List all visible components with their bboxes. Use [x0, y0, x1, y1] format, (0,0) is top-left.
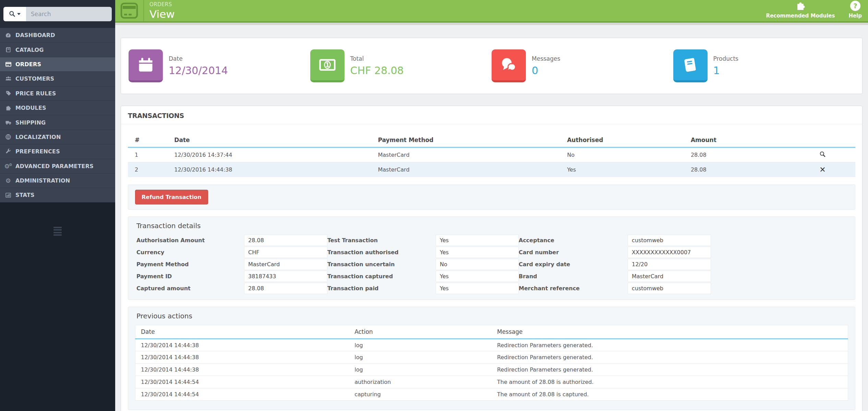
col-date: Date: [171, 133, 375, 148]
help-icon: ?: [850, 0, 861, 11]
wrench-icon: [4, 148, 12, 155]
action-date: 12/30/2014 14:44:38: [135, 339, 349, 351]
truck-icon: [4, 119, 12, 126]
col-message: Message: [492, 325, 848, 339]
previous-actions-table: Date Action Message 12/30/2014 14:44:38 …: [135, 325, 848, 401]
dashboard-icon: [4, 32, 12, 39]
close-icon[interactable]: ✕: [819, 165, 825, 174]
refund-transaction-button[interactable]: Refund Transaction: [135, 190, 208, 204]
action-date: 12/30/2014 14:44:38: [135, 364, 349, 376]
sidebar-item-advanced-parameters[interactable]: ⚙⚙ ADVANCED PARAMETERS: [0, 159, 115, 173]
sidebar-item-localization[interactable]: LOCALIZATION: [0, 130, 115, 144]
puzzle-icon: [795, 1, 806, 11]
sidebar-item-label: CUSTOMERS: [15, 75, 54, 82]
action-row: 12/30/2014 14:44:38 log Redirection Para…: [135, 351, 848, 364]
globe-icon: [4, 133, 12, 140]
sidebar-item-label: STATS: [15, 192, 35, 198]
product-book-icon: [673, 49, 708, 82]
col-payment-method: Payment Method: [375, 133, 564, 148]
action-type: authorization: [349, 376, 492, 388]
detail-value: 28.08: [244, 283, 327, 294]
sidebar-collapse-icon[interactable]: [53, 227, 62, 236]
detail-label: Captured amount: [136, 283, 244, 294]
detail-label: Currency: [136, 247, 244, 258]
content-area: Date 12/30/2014 1 Total CHF 28.08 Messa: [115, 23, 868, 411]
sidebar-item-stats[interactable]: STATS: [0, 188, 115, 202]
detail-label: Transaction uncertain: [327, 259, 436, 270]
col-action-date: Date: [135, 325, 349, 339]
sidebar-item-modules[interactable]: MODULES: [0, 101, 115, 115]
sidebar-item-label: ADVANCED PARAMETERS: [15, 163, 94, 169]
previous-actions-title: Previous actions: [128, 312, 855, 320]
transactions-table: # Date Payment Method Authorised Amount …: [128, 133, 855, 177]
help-label: Help: [848, 13, 862, 19]
sidebar-item-price-rules[interactable]: PRICE RULES: [0, 86, 115, 101]
transaction-details-section: Transaction details Authorisation Amount…: [128, 216, 855, 300]
detail-value: CHF: [244, 247, 327, 258]
date-card: Date 12/30/2014: [129, 49, 310, 82]
sidebar-item-label: LOCALIZATION: [15, 134, 61, 140]
products-value: 1: [713, 64, 738, 77]
recommended-modules-button[interactable]: Recommended Modules: [766, 1, 835, 19]
detail-value: 38187433: [244, 271, 327, 282]
tx-num: 2: [128, 162, 171, 177]
transaction-row: 1 12/30/2016 14:37:44 MasterCard No 28.0…: [128, 148, 855, 162]
bar-chart-icon: [4, 192, 12, 199]
refund-section: Refund Transaction: [128, 185, 855, 210]
sidebar-item-preferences[interactable]: PREFERENCES: [0, 144, 115, 158]
help-button[interactable]: ? Help: [848, 0, 862, 19]
sidebar-item-label: CATALOG: [15, 47, 44, 53]
sidebar-item-dashboard[interactable]: DASHBOARD: [0, 28, 115, 42]
products-card: Products 1: [673, 49, 855, 82]
detail-label: Payment ID: [136, 271, 244, 282]
money-icon: 1: [310, 49, 345, 82]
sidebar-item-label: DASHBOARD: [15, 32, 55, 38]
tx-method: MasterCard: [375, 162, 564, 177]
sidebar-item-label: SHIPPING: [15, 119, 46, 126]
detail-label: Transaction authorised: [327, 247, 436, 258]
sidebar-item-label: PREFERENCES: [15, 148, 60, 155]
col-action: Action: [349, 325, 492, 339]
sidebar-item-catalog[interactable]: CATALOG: [0, 42, 115, 57]
page-header: ORDERS View Recommended Modules ? Help: [115, 0, 868, 23]
detail-value: 12/20: [628, 259, 711, 270]
action-date: 12/30/2014 14:44:54: [135, 388, 349, 401]
detail-value: MasterCard: [244, 259, 327, 270]
detail-value: Yes: [436, 283, 519, 294]
sidebar-item-orders[interactable]: ORDERS: [0, 57, 115, 71]
search-input[interactable]: [26, 7, 112, 21]
search-box: [3, 7, 112, 21]
transaction-details-title: Transaction details: [136, 222, 847, 230]
sidebar-item-administration[interactable]: ⚙ ADMINISTRATION: [0, 173, 115, 188]
total-value: CHF 28.08: [350, 64, 404, 77]
tx-authorised: Yes: [564, 162, 688, 177]
sidebar-item-label: PRICE RULES: [15, 90, 56, 97]
transaction-row: 2 12/30/2016 14:44:38 MasterCard Yes 28.…: [128, 162, 855, 177]
action-type: log: [349, 364, 492, 376]
detail-label: Test Transaction: [327, 235, 436, 246]
sidebar-item-label: ADMINISTRATION: [15, 177, 70, 184]
order-summary-panel: Date 12/30/2014 1 Total CHF 28.08 Messa: [121, 38, 863, 94]
sidebar-item-label: MODULES: [15, 105, 46, 111]
view-transaction-icon[interactable]: [819, 151, 826, 157]
total-label: Total: [350, 55, 404, 62]
detail-label: Merchant reference: [519, 283, 628, 294]
recommended-modules-label: Recommended Modules: [766, 13, 835, 19]
detail-label: Acceptance: [519, 235, 628, 246]
credit-card-icon: [4, 61, 12, 68]
sidebar: DASHBOARD CATALOG ORDERS CUSTOMERS PRICE…: [0, 0, 115, 411]
search-icon: [9, 11, 15, 17]
detail-value: Yes: [436, 235, 519, 246]
detail-label: Payment Method: [136, 259, 244, 270]
sidebar-item-label: ORDERS: [15, 61, 41, 68]
sidebar-item-shipping[interactable]: SHIPPING: [0, 115, 115, 129]
date-value: 12/30/2014: [169, 64, 228, 77]
transactions-panel: TRANSACTIONS # Date Payment Method Autho…: [121, 106, 863, 411]
search-type-button[interactable]: [3, 7, 26, 21]
sidebar-item-customers[interactable]: CUSTOMERS: [0, 71, 115, 86]
detail-value: MasterCard: [628, 271, 711, 282]
action-date: 12/30/2014 14:44:38: [135, 351, 349, 364]
detail-value: XXXXXXXXXXXX0007: [628, 247, 711, 258]
detail-label: Transaction paid: [327, 283, 436, 294]
chevron-down-icon: [17, 13, 21, 15]
